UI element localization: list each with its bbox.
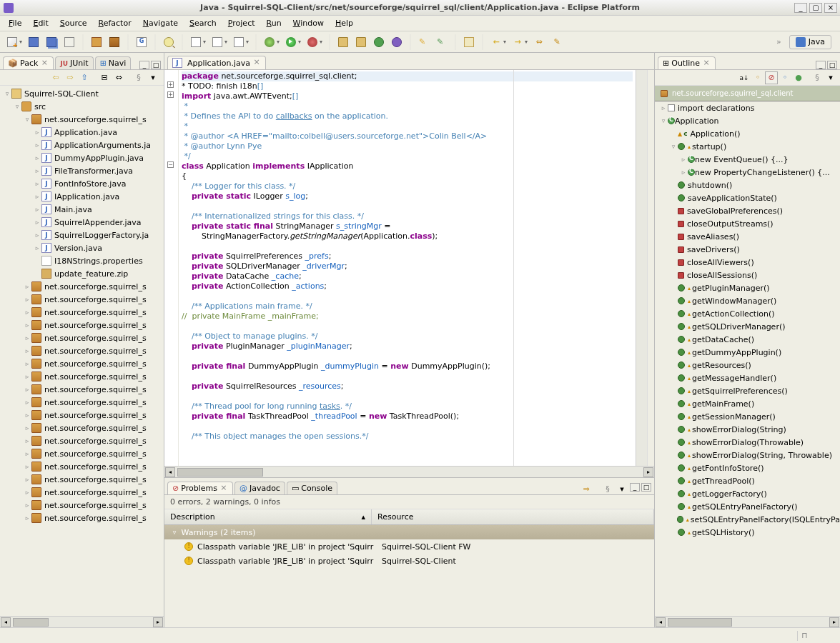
hide-static-icon[interactable]: ⊘ [765, 71, 778, 84]
tree-pkg[interactable]: ▹net.sourceforge.squirrel_s [0, 383, 164, 396]
link-editor-icon[interactable]: ⇔ [112, 72, 125, 84]
outline-method[interactable]: ▴getLoggerFactory() [655, 487, 840, 500]
outline-tree[interactable]: net.sourceforge.squirrel_sql.client▹impo… [655, 86, 840, 616]
editor-hscrollbar[interactable]: ◂▸ [164, 466, 654, 477]
tab-outline[interactable]: ⊞Outline× [658, 56, 716, 69]
pin-button[interactable]: ✎ [549, 34, 565, 50]
tree-pkg[interactable]: ▹net.sourceforge.squirrel_s [0, 512, 164, 524]
maximize-button[interactable]: ▢ [809, 3, 822, 13]
sort-icon[interactable]: a↓ [738, 71, 751, 84]
tree-pkg[interactable]: ▹net.sourceforge.squirrel_s [0, 422, 164, 434]
close-button[interactable]: × [824, 3, 837, 13]
maximize-view-icon[interactable]: □ [827, 61, 837, 69]
tree-file[interactable]: ▹JDummyAppPlugin.java [0, 151, 164, 164]
new-java-if[interactable] [389, 34, 405, 50]
nav-back-button[interactable] [209, 34, 225, 50]
menu-window[interactable]: Window [287, 16, 330, 30]
back-icon[interactable]: ⇦ [49, 72, 62, 84]
link-button[interactable]: ⇔ [531, 34, 547, 50]
pkg-button[interactable] [107, 34, 122, 50]
maximize-view-icon[interactable]: □ [151, 61, 161, 69]
tree-pkg[interactable]: ▹net.sourceforge.squirrel_s [0, 499, 164, 512]
tree-pkg[interactable]: ▹net.sourceforge.squirrel_s [0, 332, 164, 344]
outline-method[interactable]: ▴showErrorDialog(Throwable) [655, 436, 840, 449]
outline-package-header[interactable]: net.sourceforge.squirrel_sql.client [655, 86, 840, 101]
outline-anon-class[interactable]: ▹new PropertyChangeListener() {... [655, 166, 840, 179]
annotate-button[interactable] [188, 34, 204, 50]
forward-button[interactable]: → [510, 34, 525, 50]
problems-columns[interactable]: Description▴ Resource [164, 509, 654, 525]
outline-method[interactable]: saveDrivers() [655, 243, 840, 256]
back-button[interactable]: ← [488, 34, 504, 50]
tree-file[interactable]: update_feature.zip [0, 267, 164, 280]
outline-method[interactable]: ▴showErrorDialog(String) [655, 423, 840, 436]
tab-console[interactable]: ▭Console [287, 482, 337, 494]
close-icon[interactable]: × [40, 59, 49, 68]
menu-help[interactable]: Help [330, 16, 359, 30]
outline-method[interactable]: ▴getMessageHandler() [655, 372, 840, 384]
menu-refactor[interactable]: Refactor [93, 16, 137, 30]
forward-icon[interactable]: ⇨ [64, 72, 76, 84]
debug-button[interactable] [262, 34, 277, 50]
outline-method[interactable]: ▴getFontInfoStore() [655, 462, 840, 474]
gc-icon[interactable]: ⊓ [797, 631, 811, 641]
hide-nonpublic-icon[interactable]: ◦ [779, 71, 791, 84]
wand-button[interactable]: ✎ [416, 34, 432, 50]
tree-pkg[interactable]: ▹net.sourceforge.squirrel_s [0, 434, 164, 447]
save-button[interactable] [26, 34, 41, 50]
outline-startup[interactable]: ▿▴startup() [655, 140, 840, 153]
save-all-button[interactable] [44, 34, 59, 50]
outline-method[interactable]: ▴getSQLHistory() [655, 526, 840, 539]
build-button[interactable] [89, 34, 104, 50]
hide-local-icon[interactable]: ● [792, 71, 805, 84]
editor-tab-application[interactable]: J Application.java × [167, 56, 266, 69]
tree-file[interactable]: ▹JApplication.java [0, 126, 164, 139]
outline-method[interactable]: saveApplicationState() [655, 191, 840, 204]
tree-file[interactable]: I18NStrings.properties [0, 254, 164, 267]
problems-group-warnings[interactable]: ▿ Warnings (2 items) [164, 525, 654, 539]
outline-method[interactable]: ▴getActionCollection() [655, 307, 840, 320]
nav-fwd-button[interactable] [231, 34, 247, 50]
print-button[interactable] [61, 34, 77, 50]
minimize-button[interactable]: _ [794, 3, 807, 13]
outline-method[interactable]: shutdown() [655, 179, 840, 191]
problem-item[interactable]: !Classpath variable 'JRE_LIB' in project… [164, 554, 654, 568]
tree-src[interactable]: ▿src [0, 100, 164, 113]
tree-file[interactable]: ▹JFontInfoStore.java [0, 177, 164, 190]
problems-list[interactable]: ▿ Warnings (2 items)!Classpath variable … [164, 525, 654, 627]
menu-navigate[interactable]: Navigate [137, 16, 184, 30]
vscrollbar[interactable] [636, 70, 647, 466]
minimize-view-icon[interactable]: _ [139, 61, 149, 69]
tab-problems[interactable]: ⊘Problems× [167, 482, 233, 494]
close-icon[interactable]: × [702, 59, 711, 68]
tree-file[interactable]: ▹JVersion.java [0, 241, 164, 254]
menu-run[interactable]: Run [261, 16, 287, 30]
outline-method[interactable]: ▴getSquirrelPreferences() [655, 384, 840, 397]
outline-method[interactable]: closeOutputStreams() [655, 217, 840, 230]
outline-method[interactable]: ▴getResources() [655, 359, 840, 372]
run-button[interactable] [283, 34, 299, 50]
tree-pkg[interactable]: ▹net.sourceforge.squirrel_s [0, 447, 164, 460]
outline-hscrollbar[interactable]: ◂▸ [655, 616, 840, 627]
hide-fields-icon[interactable]: ◦ [751, 71, 764, 84]
tree-pkg[interactable]: ▹net.sourceforge.squirrel_s [0, 280, 164, 293]
tree-file[interactable]: ▹JFileTransformer.java [0, 164, 164, 177]
new-button[interactable] [4, 34, 20, 50]
tree-pkg-main[interactable]: ▿net.sourceforge.squirrel_s [0, 113, 164, 126]
outline-method[interactable]: ▴getDummyAppPlugin() [655, 346, 840, 359]
tree-project[interactable]: ▿Squirrel-SQL-Client [0, 87, 164, 100]
tree-pkg[interactable]: ▹net.sourceforge.squirrel_s [0, 409, 164, 422]
close-icon[interactable]: × [219, 484, 228, 493]
outline-method[interactable]: saveAliases() [655, 230, 840, 243]
tree-pkg[interactable]: ▹net.sourceforge.squirrel_s [0, 344, 164, 357]
tree-pkg[interactable]: ▹net.sourceforge.squirrel_s [0, 306, 164, 319]
tree-file[interactable]: ▹JSquirrelAppender.java [0, 216, 164, 229]
tab-package-explorer[interactable]: 📦Pack× [3, 56, 54, 69]
tree-pkg[interactable]: ▹net.sourceforge.squirrel_s [0, 473, 164, 486]
tree-pkg[interactable]: ▹net.sourceforge.squirrel_s [0, 357, 164, 370]
outline-imports[interactable]: ▹import declarations [655, 101, 840, 114]
editor[interactable]: ++− package net.sourceforge.squirrel_sql… [164, 70, 654, 466]
outline-constructor[interactable]: ▲cApplication() [655, 127, 840, 140]
tree-pkg[interactable]: ▹net.sourceforge.squirrel_s [0, 460, 164, 473]
outline-anon-class[interactable]: ▹new EventQueue() {...} [655, 153, 840, 166]
